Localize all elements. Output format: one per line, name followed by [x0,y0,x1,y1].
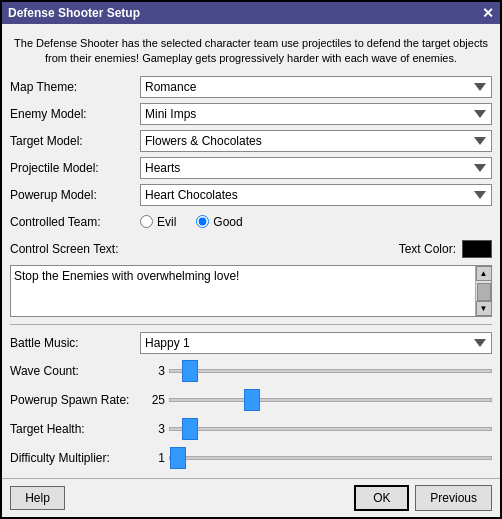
scrollbar-up-button[interactable]: ▲ [476,266,492,281]
powerup-model-control: Heart Chocolates [140,184,492,206]
team-good-label: Good [213,215,242,229]
divider [10,324,492,325]
battle-music-select[interactable]: Happy 1 [140,332,492,354]
map-theme-row: Map Theme: Romance [10,76,492,98]
screen-text-container: ▲ ▼ [10,265,492,317]
target-health-row: Target Health: 3 [10,417,492,441]
wave-count-slider[interactable] [169,369,492,373]
screen-text-input[interactable] [11,266,475,316]
previous-button[interactable]: Previous [415,485,492,511]
window-title: Defense Shooter Setup [8,6,140,20]
battle-music-control: Happy 1 [140,332,492,354]
powerup-spawn-value: 25 [140,393,165,407]
difficulty-row: Difficulty Multiplier: 1 [10,446,492,470]
powerup-spawn-row: Powerup Spawn Rate: 25 [10,388,492,412]
projectile-model-control: Hearts [140,157,492,179]
controlled-team-label: Controlled Team: [10,215,140,229]
target-model-control: Flowers & Chocolates [140,130,492,152]
team-evil-label: Evil [157,215,176,229]
projectile-model-select[interactable]: Hearts [140,157,492,179]
team-evil-radio[interactable] [140,215,153,228]
scrollbar-thumb[interactable] [477,283,491,302]
help-button[interactable]: Help [10,486,65,510]
main-window: Defense Shooter Setup ✕ The Defense Shoo… [0,0,502,519]
team-evil-option[interactable]: Evil [140,215,176,229]
projectile-model-label: Projectile Model: [10,161,140,175]
text-color-area: Text Color: [399,240,492,258]
footer: Help OK Previous [2,478,500,517]
control-screen-row: Control Screen Text: Text Color: [10,238,492,260]
text-color-label: Text Color: [399,242,456,256]
wave-count-row: Wave Count: 3 [10,359,492,383]
text-color-picker[interactable] [462,240,492,258]
battle-music-label: Battle Music: [10,336,140,350]
enemy-model-control: Mini Imps [140,103,492,125]
team-good-radio[interactable] [196,215,209,228]
team-good-option[interactable]: Good [196,215,242,229]
control-screen-text-label: Control Screen Text: [10,242,140,256]
wave-count-label: Wave Count: [10,364,140,378]
textarea-scrollbar: ▲ ▼ [475,266,491,316]
target-health-slider[interactable] [169,427,492,431]
description-text: The Defense Shooter has the selected cha… [10,32,492,71]
enemy-model-row: Enemy Model: Mini Imps [10,103,492,125]
target-model-label: Target Model: [10,134,140,148]
wave-count-slider-container [169,369,492,373]
target-health-label: Target Health: [10,422,140,436]
content-area: The Defense Shooter has the selected cha… [2,24,500,478]
enemy-model-select[interactable]: Mini Imps [140,103,492,125]
powerup-spawn-slider-container [169,398,492,402]
target-model-select[interactable]: Flowers & Chocolates [140,130,492,152]
difficulty-value: 1 [140,451,165,465]
target-health-value: 3 [140,422,165,436]
battle-music-row: Battle Music: Happy 1 [10,332,492,354]
difficulty-slider-container [169,456,492,460]
controlled-team-row: Controlled Team: Evil Good [10,211,492,233]
powerup-model-label: Powerup Model: [10,188,140,202]
map-theme-control: Romance [140,76,492,98]
target-model-row: Target Model: Flowers & Chocolates [10,130,492,152]
scrollbar-down-button[interactable]: ▼ [476,301,492,316]
projectile-model-row: Projectile Model: Hearts [10,157,492,179]
difficulty-label: Difficulty Multiplier: [10,451,140,465]
map-theme-select[interactable]: Romance [140,76,492,98]
difficulty-slider[interactable] [169,456,492,460]
team-radio-group: Evil Good [140,215,492,229]
close-button[interactable]: ✕ [482,5,494,21]
enemy-model-label: Enemy Model: [10,107,140,121]
wave-count-value: 3 [140,364,165,378]
map-theme-label: Map Theme: [10,80,140,94]
powerup-spawn-slider[interactable] [169,398,492,402]
powerup-spawn-label: Powerup Spawn Rate: [10,393,140,407]
title-bar: Defense Shooter Setup ✕ [2,2,500,24]
powerup-model-select[interactable]: Heart Chocolates [140,184,492,206]
powerup-model-row: Powerup Model: Heart Chocolates [10,184,492,206]
ok-button[interactable]: OK [354,485,409,511]
target-health-slider-container [169,427,492,431]
